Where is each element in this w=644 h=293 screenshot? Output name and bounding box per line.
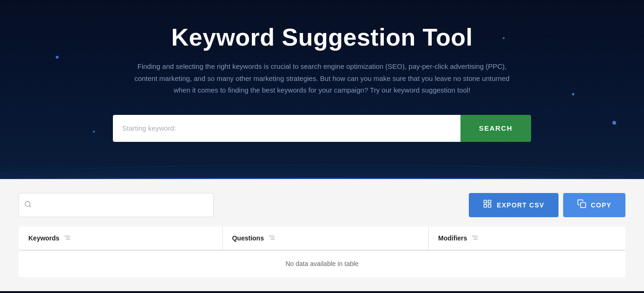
col-keywords: Keywords xyxy=(19,226,223,250)
col-questions: Questions xyxy=(223,226,429,250)
filter-search-input[interactable] xyxy=(19,193,214,217)
copy-icon xyxy=(577,199,586,211)
search-container: SEARCH xyxy=(113,115,531,142)
no-data-message: No data available in table xyxy=(19,250,625,277)
svg-line-1 xyxy=(29,206,31,207)
col-modifiers: Modifiers xyxy=(429,226,625,250)
hero-section: Keyword Suggestion Tool Finding and sele… xyxy=(0,0,644,179)
table-header-row: Keywords Questions xyxy=(19,226,625,250)
col-questions-label: Questions xyxy=(232,234,263,242)
copy-button[interactable]: COPY xyxy=(563,193,625,217)
export-csv-label: EXPORT CSV xyxy=(497,201,544,209)
decorative-dot-1 xyxy=(56,56,59,59)
svg-rect-5 xyxy=(488,205,491,207)
action-buttons: EXPORT CSV COPY xyxy=(469,193,625,217)
bottom-section: EXPORT CSV COPY Keywords xyxy=(0,179,644,291)
svg-rect-4 xyxy=(484,205,487,207)
col-keywords-label: Keywords xyxy=(28,234,59,242)
sort-keywords-icon[interactable] xyxy=(64,234,71,242)
page-description: Finding and selecting the right keywords… xyxy=(131,60,513,96)
svg-rect-6 xyxy=(580,203,585,208)
sort-questions-icon[interactable] xyxy=(269,234,275,242)
decorative-dot-3 xyxy=(572,93,574,95)
search-input[interactable] xyxy=(113,115,460,142)
decorative-dot-2 xyxy=(503,37,505,39)
export-csv-button[interactable]: EXPORT CSV xyxy=(469,193,558,217)
toolbar: EXPORT CSV COPY xyxy=(19,193,625,217)
svg-rect-2 xyxy=(484,200,487,203)
data-table: Keywords Questions xyxy=(19,226,625,277)
col-modifiers-label: Modifiers xyxy=(438,234,467,242)
no-data-row: No data available in table xyxy=(19,250,625,277)
export-csv-icon xyxy=(483,199,492,211)
decorative-dot-4 xyxy=(612,121,616,125)
search-button[interactable]: SEARCH xyxy=(460,115,531,142)
svg-rect-3 xyxy=(488,200,491,203)
search-icon xyxy=(24,200,32,210)
decorative-dot-5 xyxy=(93,131,95,133)
sort-modifiers-icon[interactable] xyxy=(472,234,478,242)
copy-label: COPY xyxy=(591,201,611,209)
page-title: Keyword Suggestion Tool xyxy=(9,23,635,51)
filter-search-wrapper xyxy=(19,193,214,217)
